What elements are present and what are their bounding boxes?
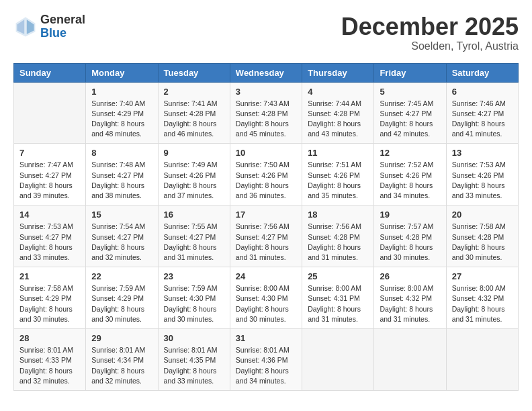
day-number: 8 — [91, 148, 152, 158]
calendar-cell: 3Sunrise: 7:43 AMSunset: 4:28 PMDaylight… — [230, 82, 302, 144]
day-info: Sunrise: 8:01 AMSunset: 4:33 PMDaylight:… — [19, 345, 80, 386]
day-number: 11 — [308, 148, 368, 158]
calendar-cell — [446, 329, 518, 391]
day-info: Sunrise: 7:54 AMSunset: 4:27 PMDaylight:… — [91, 222, 152, 263]
day-number: 12 — [380, 148, 440, 158]
day-info: Sunrise: 8:01 AMSunset: 4:35 PMDaylight:… — [164, 345, 224, 386]
day-number: 15 — [91, 210, 152, 220]
day-number: 31 — [236, 333, 296, 343]
day-info: Sunrise: 7:44 AMSunset: 4:28 PMDaylight:… — [308, 99, 368, 140]
day-number: 24 — [236, 271, 296, 281]
calendar-cell: 31Sunrise: 8:01 AMSunset: 4:36 PMDayligh… — [230, 329, 302, 391]
day-number: 10 — [236, 148, 296, 158]
page-header: General Blue December 2025 Soelden, Tyro… — [13, 13, 519, 52]
day-info: Sunrise: 7:43 AMSunset: 4:28 PMDaylight:… — [236, 99, 296, 140]
calendar-cell: 13Sunrise: 7:53 AMSunset: 4:26 PMDayligh… — [446, 144, 518, 205]
day-info: Sunrise: 7:52 AMSunset: 4:26 PMDaylight:… — [380, 160, 440, 201]
day-info: Sunrise: 7:58 AMSunset: 4:29 PMDaylight:… — [19, 283, 80, 324]
day-number: 3 — [236, 87, 296, 97]
day-number: 1 — [91, 87, 152, 97]
calendar-cell — [302, 329, 374, 391]
day-info: Sunrise: 7:58 AMSunset: 4:28 PMDaylight:… — [452, 222, 513, 263]
day-info: Sunrise: 7:59 AMSunset: 4:30 PMDaylight:… — [164, 283, 224, 324]
location: Soelden, Tyrol, Austria — [341, 40, 519, 52]
day-info: Sunrise: 7:49 AMSunset: 4:26 PMDaylight:… — [164, 160, 224, 201]
calendar-cell: 6Sunrise: 7:46 AMSunset: 4:27 PMDaylight… — [446, 82, 518, 144]
day-number: 21 — [19, 271, 80, 281]
calendar-table: SundayMondayTuesdayWednesdayThursdayFrid… — [13, 63, 519, 391]
logo-icon — [13, 15, 38, 39]
day-info: Sunrise: 7:47 AMSunset: 4:27 PMDaylight:… — [19, 160, 80, 201]
day-number: 19 — [380, 210, 440, 220]
calendar-cell: 12Sunrise: 7:52 AMSunset: 4:26 PMDayligh… — [374, 144, 446, 205]
column-header-thursday: Thursday — [302, 63, 374, 82]
calendar-cell: 7Sunrise: 7:47 AMSunset: 4:27 PMDaylight… — [14, 144, 86, 205]
calendar-cell: 26Sunrise: 8:00 AMSunset: 4:32 PMDayligh… — [374, 267, 446, 329]
day-info: Sunrise: 7:53 AMSunset: 4:26 PMDaylight:… — [452, 160, 513, 201]
calendar-cell: 8Sunrise: 7:48 AMSunset: 4:27 PMDaylight… — [86, 144, 158, 205]
day-number: 25 — [308, 271, 368, 281]
day-info: Sunrise: 8:01 AMSunset: 4:36 PMDaylight:… — [236, 345, 296, 386]
day-number: 26 — [380, 271, 440, 281]
calendar-cell: 16Sunrise: 7:55 AMSunset: 4:27 PMDayligh… — [158, 205, 230, 267]
calendar-week-row: 28Sunrise: 8:01 AMSunset: 4:33 PMDayligh… — [14, 329, 519, 391]
calendar-cell — [14, 82, 86, 144]
day-number: 14 — [19, 210, 80, 220]
day-number: 17 — [236, 210, 296, 220]
day-number: 13 — [452, 148, 513, 158]
day-number: 29 — [91, 333, 152, 343]
calendar-cell: 23Sunrise: 7:59 AMSunset: 4:30 PMDayligh… — [158, 267, 230, 329]
column-header-friday: Friday — [374, 63, 446, 82]
calendar-cell: 5Sunrise: 7:45 AMSunset: 4:27 PMDaylight… — [374, 82, 446, 144]
calendar-cell: 28Sunrise: 8:01 AMSunset: 4:33 PMDayligh… — [14, 329, 86, 391]
calendar-cell: 14Sunrise: 7:53 AMSunset: 4:27 PMDayligh… — [14, 205, 86, 267]
day-number: 28 — [19, 333, 80, 343]
calendar-cell: 9Sunrise: 7:49 AMSunset: 4:26 PMDaylight… — [158, 144, 230, 205]
day-info: Sunrise: 7:59 AMSunset: 4:29 PMDaylight:… — [91, 283, 152, 324]
day-info: Sunrise: 7:56 AMSunset: 4:28 PMDaylight:… — [308, 222, 368, 263]
column-header-saturday: Saturday — [446, 63, 518, 82]
calendar-cell: 1Sunrise: 7:40 AMSunset: 4:29 PMDaylight… — [86, 82, 158, 144]
column-header-wednesday: Wednesday — [230, 63, 302, 82]
day-number: 5 — [380, 87, 440, 97]
calendar-cell: 4Sunrise: 7:44 AMSunset: 4:28 PMDaylight… — [302, 82, 374, 144]
calendar-cell: 22Sunrise: 7:59 AMSunset: 4:29 PMDayligh… — [86, 267, 158, 329]
day-number: 18 — [308, 210, 368, 220]
calendar-cell: 18Sunrise: 7:56 AMSunset: 4:28 PMDayligh… — [302, 205, 374, 267]
calendar-cell: 30Sunrise: 8:01 AMSunset: 4:35 PMDayligh… — [158, 329, 230, 391]
calendar-cell: 24Sunrise: 8:00 AMSunset: 4:30 PMDayligh… — [230, 267, 302, 329]
calendar-cell — [374, 329, 446, 391]
day-number: 20 — [452, 210, 513, 220]
calendar-cell: 27Sunrise: 8:00 AMSunset: 4:32 PMDayligh… — [446, 267, 518, 329]
day-number: 4 — [308, 87, 368, 97]
day-info: Sunrise: 8:01 AMSunset: 4:34 PMDaylight:… — [91, 345, 152, 386]
day-info: Sunrise: 7:46 AMSunset: 4:27 PMDaylight:… — [452, 99, 513, 140]
calendar-cell: 29Sunrise: 8:01 AMSunset: 4:34 PMDayligh… — [86, 329, 158, 391]
day-info: Sunrise: 8:00 AMSunset: 4:32 PMDaylight:… — [452, 283, 513, 324]
calendar-cell: 10Sunrise: 7:50 AMSunset: 4:26 PMDayligh… — [230, 144, 302, 205]
day-number: 23 — [164, 271, 224, 281]
day-info: Sunrise: 7:41 AMSunset: 4:28 PMDaylight:… — [164, 99, 224, 140]
logo-text: General Blue — [40, 13, 85, 40]
day-info: Sunrise: 7:57 AMSunset: 4:28 PMDaylight:… — [380, 222, 440, 263]
calendar-week-row: 21Sunrise: 7:58 AMSunset: 4:29 PMDayligh… — [14, 267, 519, 329]
calendar-cell: 19Sunrise: 7:57 AMSunset: 4:28 PMDayligh… — [374, 205, 446, 267]
calendar-week-row: 14Sunrise: 7:53 AMSunset: 4:27 PMDayligh… — [14, 205, 519, 267]
column-header-monday: Monday — [86, 63, 158, 82]
calendar-cell: 2Sunrise: 7:41 AMSunset: 4:28 PMDaylight… — [158, 82, 230, 144]
day-number: 7 — [19, 148, 80, 158]
calendar-cell: 21Sunrise: 7:58 AMSunset: 4:29 PMDayligh… — [14, 267, 86, 329]
day-number: 2 — [164, 87, 224, 97]
day-info: Sunrise: 7:48 AMSunset: 4:27 PMDaylight:… — [91, 160, 152, 201]
day-info: Sunrise: 7:56 AMSunset: 4:27 PMDaylight:… — [236, 222, 296, 263]
calendar-week-row: 1Sunrise: 7:40 AMSunset: 4:29 PMDaylight… — [14, 82, 519, 144]
column-header-tuesday: Tuesday — [158, 63, 230, 82]
day-number: 6 — [452, 87, 513, 97]
day-info: Sunrise: 7:40 AMSunset: 4:29 PMDaylight:… — [91, 99, 152, 140]
calendar-cell: 17Sunrise: 7:56 AMSunset: 4:27 PMDayligh… — [230, 205, 302, 267]
day-info: Sunrise: 7:55 AMSunset: 4:27 PMDaylight:… — [164, 222, 224, 263]
calendar-cell: 25Sunrise: 8:00 AMSunset: 4:31 PMDayligh… — [302, 267, 374, 329]
day-number: 16 — [164, 210, 224, 220]
day-info: Sunrise: 8:00 AMSunset: 4:32 PMDaylight:… — [380, 283, 440, 324]
day-info: Sunrise: 8:00 AMSunset: 4:31 PMDaylight:… — [308, 283, 368, 324]
